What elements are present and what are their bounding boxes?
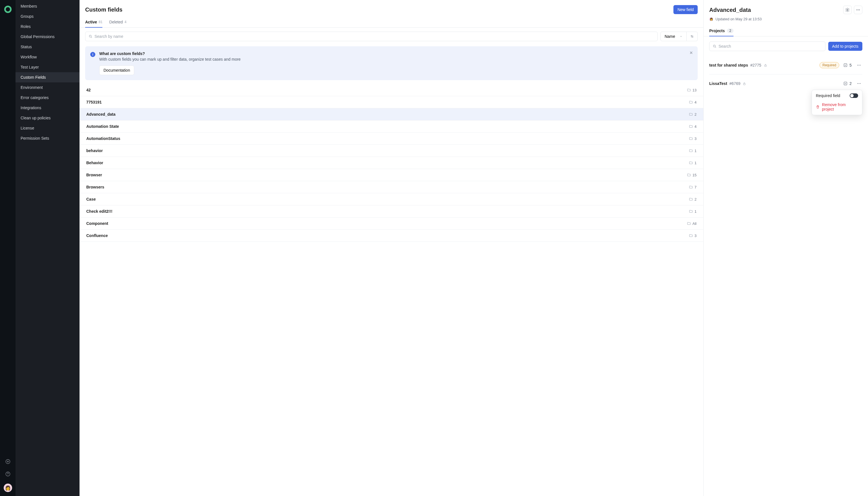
test-count: 5 bbox=[843, 63, 852, 67]
folder-icon bbox=[689, 197, 693, 201]
sidebar-item-clean-up-policies[interactable]: Clean up policies bbox=[16, 113, 80, 123]
field-name: AutomationStatus bbox=[86, 136, 120, 141]
detail-title: Advanced_data bbox=[709, 7, 751, 13]
help-icon[interactable] bbox=[5, 471, 11, 477]
sort-direction-button[interactable] bbox=[687, 32, 698, 41]
close-icon[interactable] bbox=[689, 51, 693, 55]
banner-title: What are custom fields? bbox=[99, 51, 693, 56]
field-row[interactable]: Automation State4 bbox=[80, 121, 703, 133]
sidebar-item-groups[interactable]: Groups bbox=[16, 11, 80, 21]
sidebar-item-test-layer[interactable]: Test Layer bbox=[16, 62, 80, 72]
sidebar: Members Groups Roles Global Permissions … bbox=[16, 0, 80, 496]
folder-icon bbox=[687, 88, 691, 92]
updated-text: Updated on May 29 at 13:53 bbox=[716, 17, 762, 21]
sidebar-item-error-categories[interactable]: Error categories bbox=[16, 93, 80, 103]
remove-from-project-button[interactable]: Remove from project bbox=[812, 100, 862, 114]
field-row[interactable]: Behavior1 bbox=[80, 157, 703, 169]
sidebar-item-workflow[interactable]: Workflow bbox=[16, 52, 80, 62]
sidebar-item-label: Roles bbox=[20, 24, 31, 29]
sidebar-item-label: Workflow bbox=[20, 55, 37, 59]
sidebar-item-status[interactable]: Status bbox=[16, 42, 80, 52]
field-name: Check edit2!!! bbox=[86, 209, 113, 214]
sidebar-item-global-permissions[interactable]: Global Permissions bbox=[16, 32, 80, 42]
detail-panel: Advanced_data 👩 Updated on May 29 at 13:… bbox=[704, 0, 868, 496]
folder-icon bbox=[689, 210, 693, 213]
folder-icon bbox=[689, 234, 693, 237]
search-input[interactable] bbox=[85, 32, 658, 41]
required-field-label: Required field bbox=[816, 93, 840, 98]
field-count: 4 bbox=[689, 124, 696, 129]
field-row[interactable]: ComponentAll bbox=[80, 218, 703, 230]
field-count: 3 bbox=[689, 137, 696, 141]
plus-icon[interactable] bbox=[5, 459, 11, 464]
field-row[interactable]: behavior1 bbox=[80, 145, 703, 157]
test-count: 2 bbox=[843, 81, 852, 86]
add-to-projects-button[interactable]: Add to projects bbox=[828, 42, 862, 51]
folder-icon bbox=[689, 149, 693, 153]
svg-point-3 bbox=[7, 475, 8, 476]
sidebar-item-permission-sets[interactable]: Permission Sets bbox=[16, 133, 80, 143]
field-row[interactable]: 77531914 bbox=[80, 96, 703, 108]
field-name: Component bbox=[86, 221, 108, 226]
more-button[interactable] bbox=[854, 6, 862, 14]
trash-icon bbox=[816, 105, 820, 109]
documentation-button[interactable]: Documentation bbox=[99, 65, 134, 75]
sort-select[interactable]: Name bbox=[660, 32, 687, 41]
sidebar-item-label: Permission Sets bbox=[20, 136, 49, 140]
field-row[interactable]: 4213 bbox=[80, 84, 703, 96]
required-field-toggle[interactable] bbox=[850, 93, 858, 98]
project-search-input[interactable] bbox=[709, 42, 825, 51]
sidebar-item-roles[interactable]: Roles bbox=[16, 21, 80, 32]
gear-icon bbox=[845, 7, 850, 12]
center-panel: Custom fields New field Active 81 Delete… bbox=[80, 0, 704, 496]
info-icon: i bbox=[90, 52, 95, 57]
field-count: 2 bbox=[689, 197, 696, 201]
project-row: LissaTest #6769 2 bbox=[709, 75, 862, 93]
sidebar-item-license[interactable]: License bbox=[16, 123, 80, 133]
sidebar-item-label: Status bbox=[20, 45, 32, 49]
project-id: #6769 bbox=[729, 81, 741, 86]
sidebar-item-label: Environment bbox=[20, 85, 43, 90]
svg-point-7 bbox=[858, 10, 858, 10]
sidebar-item-custom-fields[interactable]: Custom Fields bbox=[16, 72, 80, 82]
field-count: 13 bbox=[687, 88, 696, 92]
tab-projects[interactable]: Projects 2 bbox=[709, 26, 734, 36]
settings-button[interactable] bbox=[843, 6, 852, 14]
field-count: 7 bbox=[689, 185, 696, 189]
sidebar-item-label: Integrations bbox=[20, 106, 41, 110]
project-name: test for shared steps bbox=[709, 63, 748, 67]
field-row[interactable]: Confluence3 bbox=[80, 230, 703, 242]
field-row[interactable]: Advanced_data2 bbox=[80, 108, 703, 121]
lock-icon bbox=[742, 82, 746, 86]
more-horizontal-icon bbox=[857, 81, 861, 86]
field-row[interactable]: Case2 bbox=[80, 193, 703, 205]
new-field-button[interactable]: New field bbox=[673, 5, 698, 14]
svg-point-5 bbox=[847, 9, 848, 11]
field-row[interactable]: Browsers7 bbox=[80, 181, 703, 193]
field-row[interactable]: Browser15 bbox=[80, 169, 703, 181]
field-name: Automation State bbox=[86, 124, 119, 129]
tab-deleted[interactable]: Deleted 4 bbox=[109, 17, 126, 28]
avatar[interactable]: 👩 bbox=[4, 484, 12, 492]
sidebar-item-integrations[interactable]: Integrations bbox=[16, 103, 80, 113]
svg-point-17 bbox=[857, 83, 858, 84]
svg-point-14 bbox=[860, 65, 861, 65]
field-count: 1 bbox=[689, 210, 696, 214]
field-count: 3 bbox=[689, 234, 696, 238]
search-icon bbox=[89, 34, 93, 38]
project-more-button[interactable] bbox=[856, 62, 862, 68]
project-name: LissaTest bbox=[709, 81, 727, 86]
project-more-button[interactable] bbox=[856, 80, 862, 87]
field-count: 1 bbox=[689, 149, 696, 153]
tab-count: 2 bbox=[727, 29, 734, 33]
svg-rect-15 bbox=[744, 83, 745, 84]
field-name: Browsers bbox=[86, 185, 105, 189]
tab-count: 4 bbox=[125, 20, 127, 24]
field-row[interactable]: AutomationStatus3 bbox=[80, 133, 703, 145]
tab-active[interactable]: Active 81 bbox=[85, 17, 102, 28]
sidebar-item-members[interactable]: Members bbox=[16, 1, 80, 11]
folder-icon bbox=[689, 124, 693, 128]
field-row[interactable]: Check edit2!!!1 bbox=[80, 205, 703, 218]
sidebar-item-environment[interactable]: Environment bbox=[16, 82, 80, 93]
sidebar-item-label: License bbox=[20, 126, 34, 130]
